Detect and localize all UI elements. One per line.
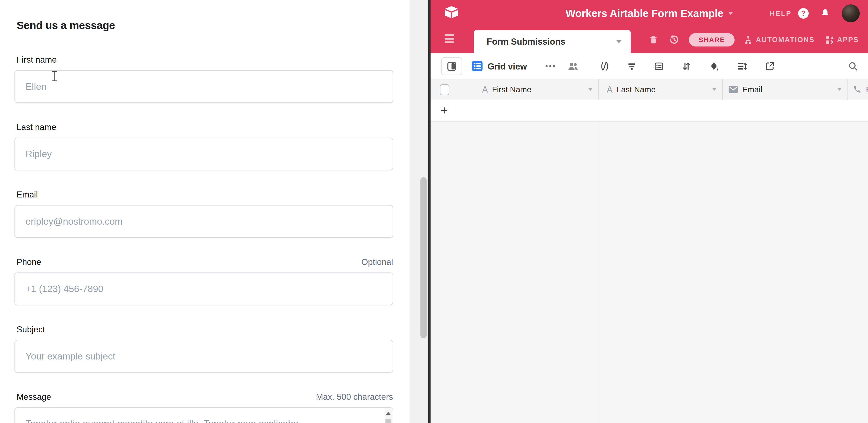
grid-body-empty [431,122,868,423]
textarea-scroll-thumb[interactable] [385,419,391,423]
trash-icon[interactable] [648,35,658,45]
automations-icon [743,35,753,44]
text-field-type-icon: A [607,85,613,95]
textarea-scrollbar[interactable] [384,409,392,423]
table-tab-label: Form Submissions [487,37,565,47]
hide-fields-icon[interactable] [599,61,610,71]
share-view-icon[interactable] [765,61,775,71]
email-input[interactable] [14,205,393,238]
phone-input[interactable] [14,272,393,305]
subject-label: Subject [17,325,45,334]
screen: Send us a message First name Last name E… [0,0,868,423]
column-menu-caret-icon[interactable] [588,88,592,91]
first-name-input[interactable] [14,70,393,103]
frozen-column-divider [599,122,599,423]
apps-button[interactable]: APPS [825,35,859,44]
form-title: Send us a message [17,20,393,31]
table-chevron-down-icon[interactable] [616,40,621,43]
first-name-label: First name [17,56,57,64]
column-header-first-name[interactable]: A First Name [431,80,599,100]
column-header-phone[interactable]: Phone [848,80,868,100]
tables-menu-icon[interactable] [444,34,454,43]
scroll-up-arrow-icon[interactable] [386,412,391,415]
chevron-down-icon [728,12,733,15]
view-sidebar-toggle-button[interactable] [441,57,462,75]
view-options-ellipsis-icon[interactable] [546,65,555,67]
last-name-input[interactable] [14,138,393,170]
contact-form: Send us a message First name Last name E… [0,20,393,423]
phone-optional-hint: Optional [361,258,393,266]
message-maxchars-hint: Max. 500 characters [316,393,393,401]
email-field-type-icon [728,86,738,93]
sidebar-toggle-icon [446,60,458,72]
history-icon[interactable] [669,34,680,46]
collaborators-icon[interactable] [567,61,579,72]
notifications-bell-icon[interactable] [820,8,830,19]
user-avatar[interactable] [842,4,860,22]
last-name-field: Last name [14,123,393,170]
topbar-right-cluster: HELP ? [770,0,860,27]
last-name-label: Last name [17,123,56,131]
message-textarea[interactable] [15,408,393,423]
airtable-topbar: Workers Airtable Form Example HELP ? [431,0,868,27]
base-title-menu[interactable]: Workers Airtable Form Example [565,0,733,27]
column-header-email[interactable]: Email [723,80,848,100]
text-field-type-icon: A [482,85,488,95]
help-button[interactable]: HELP [770,9,792,17]
airtable-tablebar: Form Submissions SHARE [431,27,868,53]
airtable-logo-icon[interactable] [443,5,460,21]
search-icon[interactable] [848,61,858,71]
help-question-icon[interactable]: ? [798,8,809,19]
row-height-icon[interactable] [737,61,747,71]
tab-form-submissions[interactable]: Form Submissions [474,30,631,53]
share-button[interactable]: SHARE [689,33,735,47]
view-name[interactable]: Grid view [488,62,527,71]
email-label: Email [17,190,38,199]
apps-icon [825,35,834,44]
page-scroll-thumb[interactable] [421,177,427,338]
email-field: Email [14,190,393,238]
base-title: Workers Airtable Form Example [565,7,723,20]
message-field: Message Max. 500 characters [14,393,393,423]
page-scrollbar[interactable] [410,0,428,423]
message-textarea-wrap [14,407,393,423]
group-icon[interactable] [654,61,664,71]
select-all-checkbox[interactable] [440,84,450,95]
frozen-column-divider [599,100,599,121]
subject-field: Subject [14,325,393,372]
color-icon[interactable] [709,61,719,71]
column-menu-caret-icon[interactable] [837,88,842,91]
contact-form-pane: Send us a message First name Last name E… [0,0,410,423]
phone-label: Phone [17,258,41,266]
column-header-last-name[interactable]: A Last Name [599,80,723,100]
toolbar-divider [590,58,590,74]
column-menu-caret-icon[interactable] [712,88,716,91]
ibeam-cursor-icon [50,71,58,82]
filter-icon[interactable] [626,61,637,71]
add-row[interactable]: + [431,100,868,122]
phone-field-type-icon [852,85,862,94]
tablebar-right-cluster: SHARE AUTOMATIONS [648,27,859,53]
automations-button[interactable]: AUTOMATIONS [743,35,814,44]
message-label: Message [17,393,51,401]
airtable-pane: Workers Airtable Form Example HELP ? [431,0,868,423]
first-name-field: First name [14,56,393,103]
subject-input[interactable] [14,340,393,372]
window-divider [428,0,431,423]
phone-field: Phone Optional [14,258,393,305]
view-toolbar: Grid view [431,53,868,80]
grid-header-row: A First Name A Last Name Email [431,80,868,100]
grid-view-icon [472,61,483,71]
sort-icon[interactable] [681,61,692,71]
add-row-plus-icon[interactable]: + [441,103,448,117]
